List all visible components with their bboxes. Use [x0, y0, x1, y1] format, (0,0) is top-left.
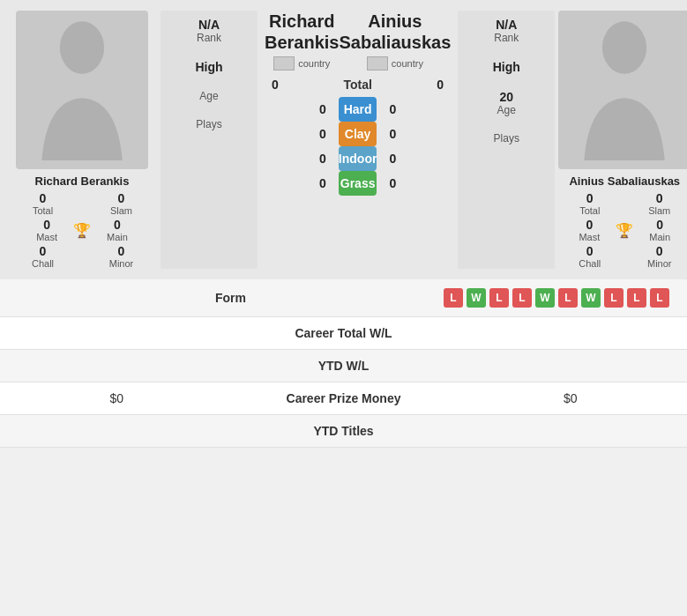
left-minor-label: Minor [109, 258, 134, 269]
left-chall-grid: 0 Chall 0 Minor [7, 244, 157, 269]
surface-right-score-1: 0 [382, 127, 403, 141]
right-plays-block: Plays [494, 132, 519, 145]
surface-btn-hard[interactable]: Hard [339, 97, 377, 122]
right-plays-label: Plays [494, 132, 519, 145]
career-wl-row: Career Total W/L [0, 317, 687, 350]
surface-rows: 0 Hard 0 0 Clay 0 0 Indoor 0 0 Grass 0 [312, 97, 404, 196]
surface-btn-indoor[interactable]: Indoor [339, 146, 377, 171]
right-high-value: High [493, 60, 520, 74]
left-age-label: Age [199, 90, 218, 102]
right-total-block: 0 Total [558, 191, 621, 216]
surface-row-clay: 0 Clay 0 [312, 122, 404, 146]
left-country: country [273, 56, 330, 71]
left-player-card: Richard Berankis 0 Total 0 Slam 0 Mast 🏆 [7, 11, 157, 269]
left-stats-grid: 0 Total 0 Slam [7, 191, 157, 216]
surface-row-indoor: 0 Indoor 0 [312, 146, 404, 171]
left-slam-value: 0 [118, 191, 125, 205]
form-badge-2: L [489, 288, 509, 308]
right-slam-block: 0 Slam [628, 191, 687, 216]
right-stats-grid: 0 Total 0 Slam [558, 191, 687, 216]
prize-row: $0 Career Prize Money $0 [0, 382, 687, 415]
surface-left-score-2: 0 [312, 152, 333, 166]
form-badge-6: W [581, 288, 601, 308]
svg-point-1 [602, 21, 646, 73]
svg-point-0 [60, 21, 104, 73]
surface-row-hard: 0 Hard 0 [312, 97, 404, 122]
surface-left-score-1: 0 [312, 127, 333, 141]
right-chall-block: 0 Chall [558, 244, 621, 269]
surface-right-score-0: 0 [382, 102, 403, 116]
left-rank-label: Rank [197, 32, 221, 44]
form-badge-9: L [650, 288, 669, 308]
surface-btn-clay[interactable]: Clay [339, 122, 377, 146]
form-badge-3: L [512, 288, 532, 308]
left-total-value: 0 [40, 191, 47, 205]
form-label: Form [18, 291, 444, 305]
right-player-avatar [558, 11, 687, 169]
total-right-score: 0 [429, 78, 451, 92]
right-rank-block: N/A Rank [494, 18, 519, 44]
bottom-section: Form LWLLWLWLLL Career Total W/L YTD W/L… [0, 279, 687, 448]
right-country: country [367, 56, 423, 71]
right-age-value: 20 [497, 90, 516, 104]
right-mast-label: Mast [579, 232, 600, 242]
surface-left-score-3: 0 [312, 176, 333, 190]
left-trophy-row: 0 Mast 🏆 0 Main [7, 218, 157, 242]
center-header: Richard Berankis country Ainius Sabaliau… [265, 11, 451, 71]
left-minor-block: 0 Minor [86, 244, 157, 269]
right-mast-value: 0 [586, 218, 593, 232]
right-rank-value: N/A [494, 18, 519, 32]
left-plays-block: Plays [196, 118, 221, 130]
surface-row-grass: 0 Grass 0 [312, 171, 404, 196]
right-player-card: Ainius Sabaliauskas 0 Total 0 Slam 0 Mas… [558, 11, 687, 269]
right-minor-value: 0 [656, 244, 663, 258]
right-total-label: Total [579, 205, 600, 216]
right-rank-label: Rank [494, 32, 519, 44]
form-badges-container: LWLLWLWLLL [444, 288, 669, 308]
right-trophy-icon: 🏆 [616, 222, 633, 239]
surface-right-score-2: 0 [382, 152, 403, 166]
form-badge-7: L [604, 288, 624, 308]
left-player-title: Richard Berankis [265, 11, 340, 53]
left-high-value: High [195, 60, 222, 74]
right-slam-value: 0 [656, 191, 663, 205]
left-minor-value: 0 [118, 244, 125, 258]
left-player-name: Richard Berankis [35, 174, 130, 188]
form-badge-4: W [535, 288, 555, 308]
right-player-name: Ainius Sabaliauskas [569, 174, 680, 188]
right-trophy-row: 0 Mast 🏆 0 Main [558, 218, 687, 242]
total-row: 0 Total 0 [265, 78, 451, 92]
left-main-label: Main [107, 232, 128, 242]
right-minor-block: 0 Minor [628, 244, 687, 269]
left-mast-label: Mast [36, 232, 57, 242]
left-high-block: High [195, 60, 222, 74]
left-slam-label: Slam [110, 205, 132, 216]
left-total-label: Total [33, 205, 53, 216]
total-label: Total [291, 78, 424, 92]
main-container: Richard Berankis 0 Total 0 Slam 0 Mast 🏆 [0, 0, 687, 448]
left-plays-label: Plays [196, 118, 221, 130]
right-high-block: High [493, 60, 520, 74]
left-chall-value: 0 [40, 244, 47, 258]
surface-btn-grass[interactable]: Grass [339, 171, 377, 196]
left-main-block: 0 Main [107, 218, 128, 242]
right-prize-value: $0 [564, 391, 669, 405]
right-main-block: 0 Main [649, 218, 670, 242]
total-left-score: 0 [265, 78, 286, 92]
left-player-avatar [16, 11, 148, 169]
center-panel: Richard Berankis country Ainius Sabaliau… [261, 11, 454, 269]
right-age-label: Age [497, 104, 516, 116]
ytd-wl-label: YTD W/L [18, 359, 669, 373]
right-chall-grid: 0 Chall 0 Minor [558, 244, 687, 269]
ytd-wl-row: YTD W/L [0, 350, 687, 382]
left-mast-value: 0 [43, 218, 50, 232]
right-country-img [367, 56, 388, 71]
left-player-silhouette [29, 19, 135, 160]
left-main-value: 0 [114, 218, 121, 232]
form-row: Form LWLLWLWLLL [0, 279, 687, 317]
middle-left-panel: N/A Rank High Age Plays [161, 11, 258, 269]
left-rank-block: N/A Rank [197, 18, 221, 44]
left-trophy-icon: 🏆 [73, 222, 91, 239]
left-chall-block: 0 Chall [7, 244, 78, 269]
right-mast-block: 0 Mast [579, 218, 600, 242]
